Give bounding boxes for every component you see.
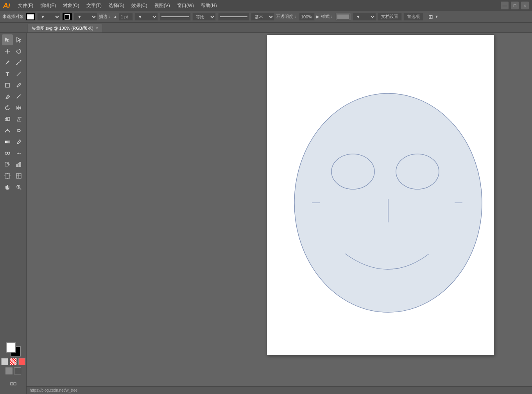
menu-object[interactable]: 对象(O) xyxy=(60,1,82,10)
svg-point-20 xyxy=(7,152,10,154)
svg-point-14 xyxy=(5,131,6,133)
arrange-icon[interactable]: ⊞ xyxy=(428,14,433,20)
slice-tool[interactable] xyxy=(13,170,24,181)
curvature-tool[interactable] xyxy=(13,57,24,68)
stroke-up-icon[interactable]: ▲ xyxy=(113,14,117,19)
stroke-preview xyxy=(159,13,191,21)
close-button[interactable]: × xyxy=(521,2,529,9)
svg-rect-30 xyxy=(5,174,10,178)
svg-rect-9 xyxy=(5,83,9,87)
svg-point-7 xyxy=(20,60,21,61)
none-color-button[interactable] xyxy=(10,358,17,365)
svg-point-5 xyxy=(8,61,9,62)
stroke-type-select[interactable]: ▼ xyxy=(74,13,97,21)
measure-tool[interactable] xyxy=(13,148,24,159)
rotate-tool[interactable] xyxy=(2,102,13,113)
menu-window[interactable]: 窗口(W) xyxy=(174,1,197,10)
blend-tool[interactable] xyxy=(2,148,13,159)
stroke-base-select[interactable]: 基本 xyxy=(251,13,274,21)
svg-point-4 xyxy=(7,50,9,52)
scale-tool[interactable] xyxy=(2,114,13,125)
menu-edit[interactable]: 编辑(E) xyxy=(37,1,59,10)
menu-select[interactable]: 选择(S) xyxy=(106,1,127,10)
toolbar: T xyxy=(0,33,27,394)
menu-help[interactable]: 帮助(H) xyxy=(198,1,220,10)
magic-wand-tool[interactable] xyxy=(2,46,13,57)
fill-select[interactable]: ▼ xyxy=(37,13,61,21)
selection-tool[interactable] xyxy=(2,34,13,45)
lasso-tool[interactable] xyxy=(13,46,24,57)
stroke-color-button[interactable] xyxy=(18,358,25,365)
artboard-row xyxy=(2,170,24,181)
rect-tool[interactable] xyxy=(2,80,13,91)
opacity-input[interactable] xyxy=(299,13,315,21)
chart-tool[interactable] xyxy=(13,159,24,170)
blend-measure-row xyxy=(2,148,24,159)
tab-close-button[interactable]: × xyxy=(96,26,98,30)
zoom-tool[interactable] xyxy=(13,182,24,193)
svg-rect-42 xyxy=(11,383,13,385)
direct-select-tool[interactable] xyxy=(13,34,24,45)
menu-effect[interactable]: 效果(C) xyxy=(128,1,150,10)
menu-bar: 文件(F) 编辑(E) 对象(O) 文字(T) 选择(S) 效果(C) 视图(V… xyxy=(15,1,220,10)
stroke-unit-select[interactable]: ▼ xyxy=(134,13,158,21)
menu-file[interactable]: 文件(F) xyxy=(15,1,36,10)
canvas-area: https://blog.csdn.net/w_tree xyxy=(27,33,532,394)
doc-settings-button[interactable]: 文档设置 xyxy=(378,13,402,21)
text-tool[interactable]: T xyxy=(2,68,13,79)
eyedropper-tool[interactable] xyxy=(13,136,24,147)
opacity-label: 不透明度： xyxy=(276,14,297,20)
stroke-style-select[interactable]: 等比 xyxy=(192,13,216,21)
color-mode-button[interactable] xyxy=(1,358,8,365)
symbol-sprayer-tool[interactable] xyxy=(2,159,13,170)
style-select[interactable]: ▼ xyxy=(353,13,376,21)
shear-tool[interactable] xyxy=(13,114,24,125)
eraser-tool[interactable] xyxy=(2,91,13,102)
hand-tool[interactable] xyxy=(2,182,13,193)
menu-text[interactable]: 文字(T) xyxy=(83,1,105,10)
app-logo: Ai xyxy=(3,2,10,9)
separator xyxy=(426,13,426,21)
reshape-tool[interactable] xyxy=(2,125,13,136)
svg-rect-29 xyxy=(20,162,21,167)
stroke-value-input[interactable]: 1 pt xyxy=(119,13,133,21)
stroke-swatch[interactable] xyxy=(62,13,72,21)
minimize-button[interactable]: — xyxy=(501,2,509,9)
maximize-button[interactable]: □ xyxy=(511,2,519,9)
gradient-tool[interactable] xyxy=(2,136,13,147)
swap-colors-button[interactable] xyxy=(14,367,21,374)
foreground-color-swatch[interactable] xyxy=(6,342,16,353)
fill-swatch[interactable] xyxy=(25,13,36,21)
style-swatch[interactable] xyxy=(335,13,351,21)
color-area xyxy=(1,339,25,392)
warp-tool[interactable] xyxy=(13,125,24,136)
reshape-warp-row xyxy=(2,125,24,136)
svg-point-21 xyxy=(18,153,20,154)
line-tool[interactable] xyxy=(13,68,24,79)
menu-view[interactable]: 视图(V) xyxy=(151,1,173,10)
text-line-row: T xyxy=(2,68,24,79)
svg-point-10 xyxy=(17,86,18,88)
active-tab[interactable]: 矢量图.svg @ 100% (RGB/预览) × xyxy=(27,24,102,32)
paintbrush-tool[interactable] xyxy=(13,80,24,91)
svg-rect-28 xyxy=(18,163,19,167)
svg-point-6 xyxy=(16,64,18,65)
title-icons: — □ × xyxy=(501,2,529,9)
pen-tool[interactable] xyxy=(2,57,13,68)
color-swatches xyxy=(6,342,21,356)
pencil-tool[interactable] xyxy=(13,91,24,102)
color-mode-icons xyxy=(1,358,25,365)
artboard-tool[interactable] xyxy=(2,170,13,181)
svg-rect-27 xyxy=(16,165,18,167)
arrange-dropdown-icon[interactable]: ▼ xyxy=(435,14,439,19)
preferences-button[interactable]: 首选项 xyxy=(403,13,423,21)
wand-lasso-row xyxy=(2,46,24,57)
main-area: T xyxy=(0,33,532,394)
svg-point-25 xyxy=(7,163,9,164)
reflect-tool[interactable] xyxy=(13,102,24,113)
stroke-base-preview xyxy=(218,13,249,21)
opacity-arrow-icon[interactable]: ▶ xyxy=(316,14,319,19)
artboard-grid-button[interactable] xyxy=(8,378,19,389)
stroke-label: 描边： xyxy=(99,14,112,20)
default-colors-button[interactable] xyxy=(5,367,13,374)
